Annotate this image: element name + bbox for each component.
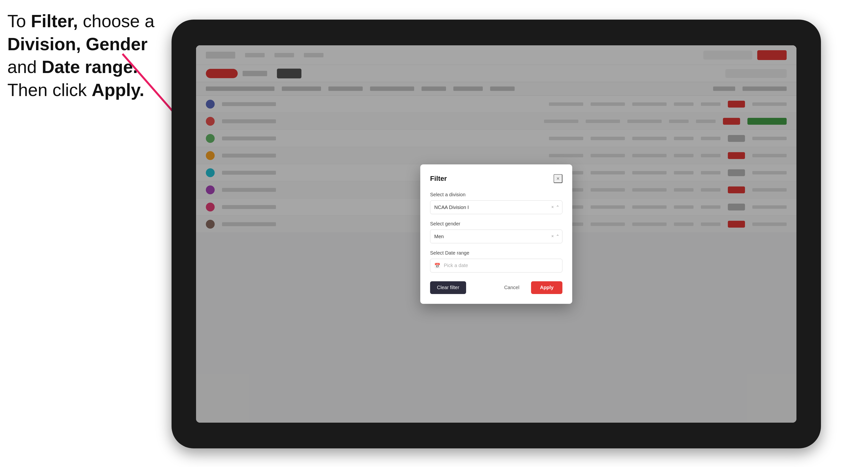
division-select[interactable]: NCAA Division I NCAA Division II NCAA Di…	[430, 200, 562, 214]
instruction-bold2: Division, Gender	[7, 34, 148, 54]
tablet-frame: Filter × Select a division NCAA Division…	[172, 20, 821, 448]
gender-clear-icon[interactable]: ×	[551, 234, 554, 239]
gender-select-wrapper: Men Women × ⌃	[430, 229, 562, 243]
gender-select[interactable]: Men Women	[430, 229, 562, 243]
instruction-line1: To Filter, choose a	[7, 11, 154, 31]
date-form-group: Select Date range 📅 Pick a date	[430, 250, 562, 273]
division-select-wrapper: NCAA Division I NCAA Division II NCAA Di…	[430, 200, 562, 214]
cancel-button[interactable]: Cancel	[497, 281, 526, 294]
instruction-text: To Filter, choose a Division, Gender and…	[7, 10, 159, 101]
gender-label: Select gender	[430, 221, 562, 227]
gender-form-group: Select gender Men Women × ⌃	[430, 221, 562, 243]
instruction-line4: Then click Apply.	[7, 80, 144, 100]
calendar-icon: 📅	[434, 263, 440, 269]
apply-button[interactable]: Apply	[531, 281, 562, 294]
date-input-wrapper[interactable]: 📅 Pick a date	[430, 259, 562, 273]
modal-header: Filter ×	[430, 174, 562, 183]
modal-overlay: Filter × Select a division NCAA Division…	[196, 45, 797, 423]
footer-right-buttons: Cancel Apply	[497, 281, 562, 294]
modal-close-button[interactable]: ×	[554, 174, 562, 183]
modal-title: Filter	[430, 175, 447, 183]
modal-footer: Clear filter Cancel Apply	[430, 281, 562, 294]
division-label: Select a division	[430, 192, 562, 197]
division-form-group: Select a division NCAA Division I NCAA D…	[430, 192, 562, 214]
clear-filter-button[interactable]: Clear filter	[430, 281, 466, 294]
filter-modal: Filter × Select a division NCAA Division…	[420, 164, 572, 304]
date-label: Select Date range	[430, 250, 562, 256]
division-clear-icon[interactable]: ×	[551, 205, 554, 210]
instruction-line3: and Date range.	[7, 57, 138, 77]
tablet-screen: Filter × Select a division NCAA Division…	[196, 45, 797, 423]
date-placeholder-text: Pick a date	[444, 263, 468, 268]
